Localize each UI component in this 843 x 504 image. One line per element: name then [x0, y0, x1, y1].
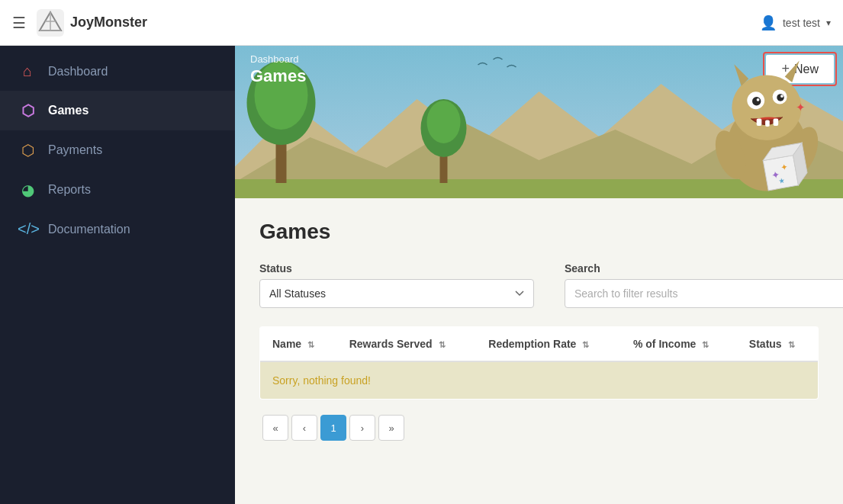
sort-icon-income: ⇅: [702, 340, 709, 349]
breadcrumb: Dashboard: [250, 53, 306, 65]
filters-row: Status All Statuses Search: [259, 262, 819, 308]
sidebar: ⌂ Dashboard ⬡ Games ⬡ Payments ◕ Reports…: [0, 46, 235, 504]
empty-row: Sorry, nothing found!: [260, 361, 819, 400]
sidebar-item-payments[interactable]: ⬡ Payments: [0, 130, 235, 170]
sidebar-item-documentation[interactable]: </> Documentation: [0, 210, 235, 249]
logo-container: JoyMonster: [37, 9, 147, 37]
sort-icon-rewards: ⇅: [439, 340, 446, 349]
pagination-current[interactable]: 1: [320, 415, 346, 441]
svg-text:★: ★: [777, 175, 786, 185]
monster-illustration: ✦ ✦ ★ ✦: [698, 53, 835, 198]
search-filter-group: Search: [565, 262, 843, 308]
hamburger-icon[interactable]: ☰: [12, 14, 26, 32]
docs-icon: </>: [18, 220, 37, 238]
sidebar-item-label-games: Games: [48, 104, 88, 117]
reports-icon: ◕: [18, 181, 37, 199]
topbar: ☰ JoyMonster 👤 test test ▾: [0, 0, 843, 46]
svg-point-15: [427, 101, 461, 143]
breadcrumb-title: Games: [250, 66, 306, 86]
svg-rect-26: [774, 119, 779, 127]
games-icon: ⬡: [18, 101, 37, 120]
svg-rect-25: [765, 120, 770, 127]
table-header-row: Name ⇅ Rewards Served ⇅ Redemption Rate …: [260, 327, 819, 362]
sidebar-item-label-documentation: Documentation: [48, 223, 130, 236]
empty-message: Sorry, nothing found!: [260, 361, 819, 400]
sidebar-item-label-reports: Reports: [48, 183, 91, 197]
content-card: Games Status All Statuses Search: [235, 198, 843, 504]
pagination-last[interactable]: »: [378, 415, 404, 441]
page-title: Games: [259, 220, 819, 244]
pagination-next[interactable]: ›: [349, 415, 375, 441]
svg-point-22: [757, 98, 760, 101]
search-input[interactable]: [565, 279, 843, 308]
topbar-left: ☰ JoyMonster: [12, 9, 147, 37]
breadcrumb-area: Dashboard Games: [250, 53, 306, 86]
pagination-prev[interactable]: ‹: [291, 415, 317, 441]
logo-text: JoyMonster: [70, 14, 147, 30]
col-header-name[interactable]: Name ⇅: [260, 327, 337, 362]
sort-icon-redemption: ⇅: [582, 340, 589, 349]
user-icon: 👤: [760, 14, 777, 31]
home-icon: ⌂: [18, 63, 37, 80]
sidebar-item-label-payments: Payments: [48, 143, 102, 157]
sidebar-item-label-dashboard: Dashboard: [48, 65, 108, 79]
monster-area: ✦ ✦ ★ ✦: [690, 46, 843, 198]
col-header-redemption[interactable]: Redemption Rate ⇅: [476, 327, 621, 362]
hero-banner: Dashboard Games + New: [235, 46, 843, 198]
svg-marker-28: [785, 61, 800, 83]
chevron-down-icon: ▾: [826, 18, 831, 28]
user-label: test test: [783, 17, 820, 29]
col-header-income[interactable]: % of Income ⇅: [621, 327, 737, 362]
sort-icon-status: ⇅: [788, 340, 795, 349]
sidebar-item-reports[interactable]: ◕ Reports: [0, 170, 235, 210]
content-area: Dashboard Games + New: [235, 46, 843, 504]
svg-point-23: [780, 95, 783, 98]
search-label: Search: [565, 262, 843, 274]
user-menu[interactable]: 👤 test test ▾: [760, 14, 831, 31]
sort-icon-name: ⇅: [307, 340, 314, 349]
svg-point-20: [752, 97, 761, 105]
svg-text:✦: ✦: [796, 101, 806, 114]
pagination: « ‹ 1 › »: [259, 415, 819, 441]
svg-point-21: [777, 94, 784, 101]
col-header-status[interactable]: Status ⇅: [737, 327, 819, 362]
sidebar-item-games[interactable]: ⬡ Games: [0, 91, 235, 130]
status-label: Status: [259, 262, 534, 274]
col-header-rewards[interactable]: Rewards Served ⇅: [337, 327, 477, 362]
svg-rect-31: [763, 156, 798, 191]
main-layout: ⌂ Dashboard ⬡ Games ⬡ Payments ◕ Reports…: [0, 46, 843, 504]
payments-icon: ⬡: [18, 141, 37, 159]
svg-rect-24: [757, 119, 762, 127]
games-table: Name ⇅ Rewards Served ⇅ Redemption Rate …: [259, 326, 819, 400]
logo-icon: [37, 9, 64, 37]
status-filter-group: Status All Statuses: [259, 262, 534, 308]
sidebar-item-dashboard[interactable]: ⌂ Dashboard: [0, 52, 235, 91]
status-select[interactable]: All Statuses: [259, 279, 534, 308]
pagination-first[interactable]: «: [262, 415, 288, 441]
